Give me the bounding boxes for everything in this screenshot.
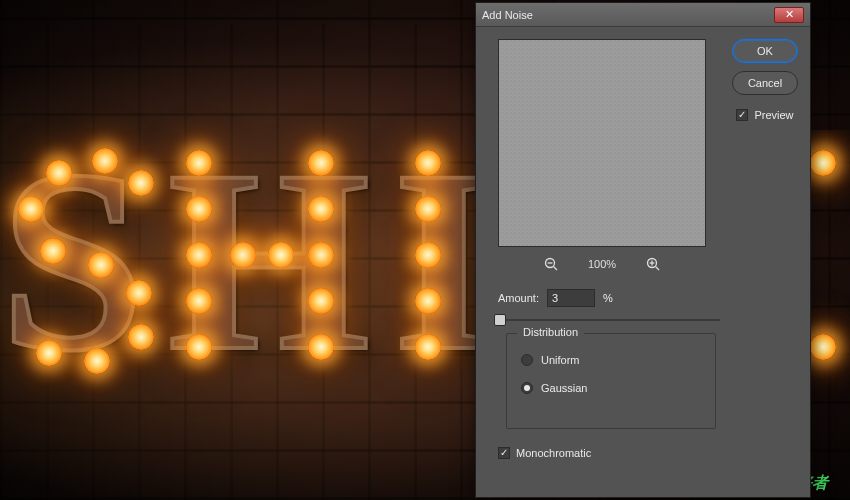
radio-gaussian[interactable]: Gaussian (521, 382, 701, 394)
cancel-button[interactable]: Cancel (732, 71, 798, 95)
amount-unit: % (603, 292, 613, 304)
ok-button[interactable]: OK (732, 39, 798, 63)
preview-toggle[interactable]: Preview (736, 109, 793, 121)
radio-label-uniform: Uniform (541, 354, 580, 366)
radio-dot-gaussian (521, 382, 533, 394)
add-noise-dialog: Add Noise ✕ 100% OK Cancel Preview Amoun… (475, 2, 811, 498)
zoom-in-icon (646, 257, 660, 271)
preview-label: Preview (754, 109, 793, 121)
marquee-letters: S H I (0, 130, 500, 390)
monochromatic-label: Monochromatic (516, 447, 591, 459)
radio-label-gaussian: Gaussian (541, 382, 587, 394)
distribution-legend: Distribution (517, 326, 584, 338)
slider-thumb[interactable] (494, 314, 506, 326)
amount-label: Amount: (498, 292, 539, 304)
monochromatic-toggle[interactable]: Monochromatic (498, 447, 591, 459)
cancel-label: Cancel (748, 77, 782, 89)
amount-slider[interactable] (498, 313, 720, 327)
zoom-out-icon (544, 257, 558, 271)
radio-dot-uniform (521, 354, 533, 366)
dialog-titlebar[interactable]: Add Noise ✕ (476, 3, 810, 27)
zoom-in-button[interactable] (644, 255, 662, 273)
preview-checkbox[interactable] (736, 109, 748, 121)
ok-label: OK (757, 45, 773, 57)
monochromatic-checkbox[interactable] (498, 447, 510, 459)
dialog-buttons: OK Cancel Preview (732, 39, 798, 121)
amount-input[interactable] (547, 289, 595, 307)
svg-line-1 (553, 267, 557, 271)
dialog-title: Add Noise (482, 9, 774, 21)
radio-uniform[interactable]: Uniform (521, 354, 701, 366)
distribution-group: Distribution Uniform Gaussian (506, 333, 716, 429)
zoom-out-button[interactable] (542, 255, 560, 273)
amount-row: Amount: % (498, 289, 613, 307)
letter-h: H (168, 130, 375, 390)
zoom-level: 100% (588, 258, 616, 270)
slider-track (498, 319, 720, 321)
zoom-controls: 100% (498, 255, 706, 273)
dialog-body: 100% OK Cancel Preview Amount: % Distrib… (476, 27, 810, 497)
close-icon: ✕ (785, 8, 794, 21)
close-button[interactable]: ✕ (774, 7, 804, 23)
letter-s: S (0, 130, 150, 390)
svg-line-4 (656, 267, 660, 271)
noise-preview[interactable] (498, 39, 706, 247)
